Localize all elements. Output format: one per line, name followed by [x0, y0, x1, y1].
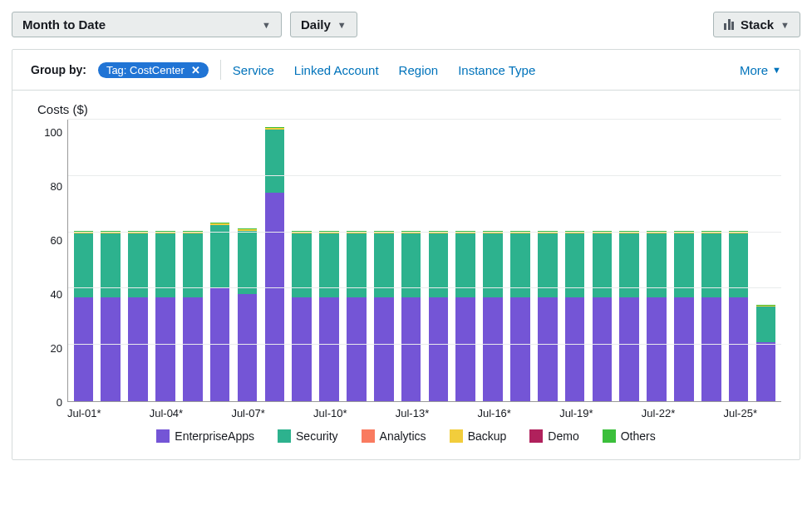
- bar[interactable]: [210, 223, 230, 401]
- x-tick: Jul-22*: [642, 407, 675, 419]
- bar[interactable]: [155, 231, 175, 401]
- legend-item[interactable]: Others: [603, 429, 656, 443]
- legend-item[interactable]: Backup: [450, 429, 507, 443]
- granularity-label: Daily: [301, 17, 331, 32]
- bar-slot: [370, 120, 397, 401]
- bar-slot: [316, 120, 343, 401]
- bar[interactable]: [74, 231, 94, 401]
- y-tick: 100: [44, 126, 62, 139]
- bar[interactable]: [674, 231, 694, 401]
- y-tick: 60: [51, 234, 62, 247]
- bar[interactable]: [183, 231, 203, 401]
- caret-down-icon: ▼: [780, 20, 790, 30]
- bar[interactable]: [729, 231, 749, 401]
- x-tick: [699, 407, 723, 419]
- groupby-more-label: More: [740, 63, 768, 77]
- bar[interactable]: [701, 231, 721, 401]
- bar[interactable]: [483, 231, 503, 401]
- bar[interactable]: [510, 231, 530, 401]
- groupby-more[interactable]: More ▼: [740, 63, 781, 77]
- x-tick: [289, 407, 313, 419]
- legend-label: Analytics: [380, 429, 426, 443]
- groupby-option[interactable]: Linked Account: [294, 63, 379, 77]
- bar-segment: [238, 231, 258, 294]
- x-tick: [347, 407, 372, 419]
- bar-slot: [452, 120, 480, 401]
- bar[interactable]: [401, 231, 421, 401]
- bar-slot: [97, 120, 125, 401]
- bar[interactable]: [429, 231, 449, 401]
- groupby-label: Group by:: [31, 63, 86, 76]
- bar-slot: [534, 120, 561, 401]
- bar[interactable]: [319, 231, 339, 401]
- legend-swatch: [362, 429, 375, 443]
- bar[interactable]: [619, 231, 639, 401]
- bar-slot: [234, 120, 261, 401]
- chart-mode-dropdown[interactable]: Stack ▼: [713, 12, 800, 37]
- granularity-dropdown[interactable]: Daily ▼: [290, 12, 357, 37]
- bar-segment: [593, 297, 613, 401]
- x-tick: Jul-10*: [313, 407, 347, 419]
- bar[interactable]: [565, 231, 585, 401]
- bar[interactable]: [101, 231, 121, 401]
- x-tick: [125, 407, 150, 419]
- bar[interactable]: [347, 231, 367, 401]
- groupby-option[interactable]: Service: [233, 63, 274, 77]
- bar-segment: [101, 297, 121, 401]
- legend-swatch: [278, 429, 291, 443]
- bar-segment: [319, 297, 339, 401]
- y-tick: 40: [51, 288, 62, 301]
- groupby-option[interactable]: Instance Type: [458, 63, 535, 77]
- bar-slot: [425, 120, 452, 401]
- y-tick: 20: [51, 342, 62, 355]
- x-tick: [265, 407, 289, 419]
- legend-swatch: [156, 429, 170, 443]
- caret-down-icon: ▼: [337, 20, 347, 30]
- bar[interactable]: [292, 231, 312, 401]
- close-icon[interactable]: ✕: [191, 64, 200, 76]
- bar[interactable]: [374, 231, 394, 401]
- groupby-active-tag-text: Tag: CostCenter: [106, 64, 185, 76]
- bar-segment: [374, 297, 394, 401]
- bar-slot: [152, 120, 180, 401]
- bar-segment: [265, 130, 285, 193]
- x-tick: Jul-19*: [559, 407, 593, 419]
- bar-segment: [183, 297, 203, 401]
- x-tick: [535, 407, 559, 419]
- bar-slot: [697, 120, 725, 401]
- bar-segment: [210, 225, 230, 288]
- bar[interactable]: [455, 231, 475, 401]
- bar-segment: [292, 297, 312, 401]
- bar-slot: [588, 120, 616, 401]
- bar-segment: [401, 297, 421, 401]
- groupby-option[interactable]: Region: [399, 63, 439, 77]
- legend-item[interactable]: EnterpriseApps: [156, 429, 254, 443]
- bar-segment: [429, 297, 449, 401]
- legend-item[interactable]: Analytics: [362, 429, 426, 443]
- x-tick: [618, 407, 642, 419]
- groupby-active-tag[interactable]: Tag: CostCenter ✕: [98, 62, 209, 78]
- bar[interactable]: [128, 231, 148, 401]
- bar[interactable]: [647, 231, 667, 401]
- legend-label: Backup: [468, 429, 507, 443]
- bar[interactable]: [756, 305, 776, 401]
- legend-item[interactable]: Demo: [529, 429, 578, 443]
- bar[interactable]: [238, 228, 258, 401]
- caret-down-icon: ▼: [772, 65, 781, 75]
- legend-item[interactable]: Security: [278, 429, 338, 443]
- y-axis: 100806040200: [31, 120, 67, 402]
- plot: [67, 120, 781, 402]
- x-tick: Jul-16*: [477, 407, 510, 419]
- period-dropdown[interactable]: Month to Date ▼: [12, 12, 282, 37]
- y-tick: 80: [51, 180, 62, 193]
- x-tick: [675, 407, 699, 419]
- x-tick: [101, 407, 125, 419]
- bar[interactable]: [593, 231, 613, 401]
- legend-swatch: [450, 429, 463, 443]
- x-tick: Jul-04*: [150, 407, 183, 419]
- bar[interactable]: [538, 231, 558, 401]
- bar[interactable]: [265, 126, 285, 401]
- caret-down-icon: ▼: [262, 20, 271, 30]
- chart-mode-label: Stack: [741, 17, 774, 32]
- chart-area: Costs ($) 100806040200 Jul-01*Jul-04*Jul…: [12, 91, 800, 459]
